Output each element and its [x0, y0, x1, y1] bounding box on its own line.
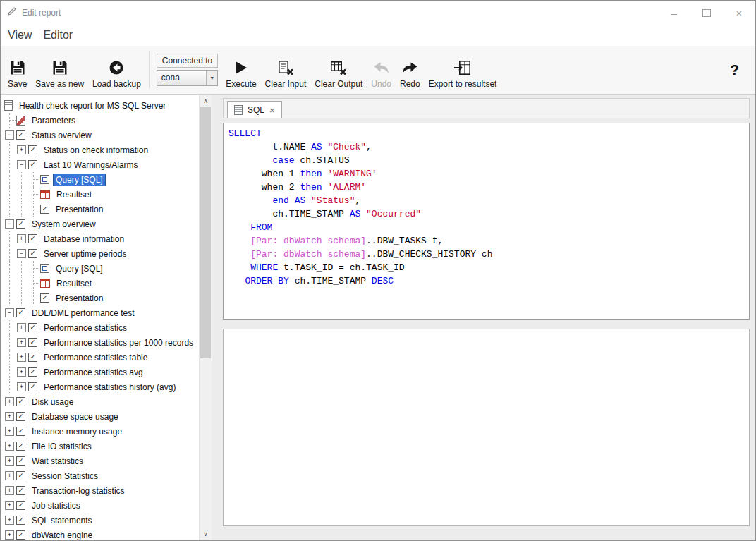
- tree-item[interactable]: +✓Performance statistics avg: [4, 365, 199, 379]
- tree-item[interactable]: +✓Database space usage: [4, 409, 199, 424]
- tree-item-label[interactable]: Performance statistics per 1000 records: [41, 336, 196, 349]
- tree-item[interactable]: −✓Status overview: [4, 128, 199, 142]
- tree-item-label[interactable]: dbWatch engine: [29, 529, 95, 541]
- plus-expander-icon[interactable]: +: [5, 471, 14, 480]
- plus-expander-icon[interactable]: +: [17, 367, 26, 377]
- scroll-up-icon[interactable]: ∧: [200, 95, 212, 107]
- tree-item-label[interactable]: Performance statistics: [41, 322, 130, 334]
- checkbox-icon[interactable]: ✓: [16, 516, 25, 525]
- tree-item-label[interactable]: Health check report for MS SQL Server: [16, 99, 169, 112]
- checkbox-icon[interactable]: ✓: [28, 382, 37, 391]
- tree-item-label[interactable]: Query [SQL]: [53, 174, 106, 186]
- minus-expander-icon[interactable]: −: [17, 249, 26, 258]
- tree-item[interactable]: Resultset: [4, 276, 199, 291]
- tree-item[interactable]: +✓Job statistics: [4, 498, 199, 513]
- checkbox-icon[interactable]: ✓: [28, 160, 37, 169]
- plus-expander-icon[interactable]: +: [17, 382, 26, 391]
- scrollbar-thumb[interactable]: [200, 107, 211, 358]
- clear-input-button[interactable]: Clear Input: [261, 47, 311, 92]
- tree-item-label[interactable]: Server uptime periods: [41, 248, 129, 260]
- plus-expander-icon[interactable]: +: [5, 427, 14, 436]
- tree-item-label[interactable]: Resultset: [54, 277, 94, 290]
- tab-close-icon[interactable]: ×: [269, 105, 275, 116]
- panel-splitter[interactable]: [212, 95, 223, 540]
- tree-item-label[interactable]: SQL statements: [29, 514, 95, 527]
- plus-expander-icon[interactable]: +: [17, 234, 26, 243]
- tree-item[interactable]: −✓DDL/DML performance test: [4, 305, 199, 320]
- checkbox-icon[interactable]: ✓: [16, 471, 25, 480]
- minus-expander-icon[interactable]: −: [5, 308, 14, 317]
- tree-item[interactable]: +✓Instance memory usage: [4, 424, 199, 439]
- checkbox-icon[interactable]: ✓: [16, 530, 25, 540]
- tree-item-label[interactable]: Presentation: [53, 203, 106, 216]
- tree-item[interactable]: +✓Status on check information: [4, 142, 199, 157]
- plus-expander-icon[interactable]: +: [5, 501, 14, 510]
- tree-item-label[interactable]: Resultset: [54, 188, 94, 201]
- checkbox-icon[interactable]: ✓: [16, 412, 25, 421]
- save-as-new-button[interactable]: Save as new: [31, 47, 88, 92]
- chevron-down-icon[interactable]: ▾: [206, 71, 217, 85]
- maximize-button[interactable]: [690, 1, 723, 25]
- checkbox-icon[interactable]: ✓: [16, 501, 25, 510]
- tree-item[interactable]: +✓Wait statistics: [4, 454, 199, 468]
- tree-item[interactable]: Parameters: [4, 113, 199, 128]
- plus-expander-icon[interactable]: +: [17, 338, 26, 347]
- tree-item[interactable]: Health check report for MS SQL Server: [4, 98, 199, 113]
- checkbox-icon[interactable]: ✓: [28, 323, 37, 332]
- connection-select[interactable]: cona ▾: [157, 70, 218, 86]
- tree-item[interactable]: +✓Disk usage: [4, 394, 199, 409]
- tree-item[interactable]: −✓System overview: [4, 217, 199, 231]
- tree-item[interactable]: +✓Performance statistics table: [4, 350, 199, 365]
- close-button[interactable]: ×: [723, 1, 755, 25]
- tree-item[interactable]: +✓Database information: [4, 231, 199, 246]
- checkbox-icon[interactable]: ✓: [16, 456, 25, 466]
- sql-editor[interactable]: SELECT t.NAME AS "Check", case ch.STATUS…: [223, 123, 750, 320]
- plus-expander-icon[interactable]: +: [5, 516, 14, 525]
- checkbox-icon[interactable]: ✓: [28, 353, 37, 362]
- plus-expander-icon[interactable]: +: [5, 412, 14, 421]
- checkbox-icon[interactable]: ✓: [16, 486, 25, 495]
- scroll-down-icon[interactable]: ∨: [200, 528, 212, 540]
- tree-item-label[interactable]: Instance memory usage: [29, 425, 125, 438]
- tree-item-label[interactable]: Performance statistics history (avg): [41, 381, 178, 394]
- tree-item-label[interactable]: Disk usage: [29, 396, 76, 408]
- checkbox-icon[interactable]: ✓: [16, 427, 25, 436]
- tree-item[interactable]: ✓Presentation: [4, 202, 199, 217]
- checkbox-icon[interactable]: ✓: [16, 397, 25, 406]
- tree-item[interactable]: +✓Performance statistics history (avg): [4, 379, 199, 394]
- checkbox-icon[interactable]: ✓: [28, 367, 37, 377]
- tree-item[interactable]: +✓dbWatch engine: [4, 528, 199, 540]
- tree-item[interactable]: +✓Performance statistics: [4, 320, 199, 335]
- plus-expander-icon[interactable]: +: [5, 486, 14, 495]
- tree-scrollbar[interactable]: ∧ ∨: [199, 95, 212, 540]
- plus-expander-icon[interactable]: +: [5, 442, 14, 451]
- checkbox-icon[interactable]: ✓: [28, 249, 37, 258]
- checkbox-icon[interactable]: ✓: [28, 234, 37, 243]
- tree-item[interactable]: +✓SQL statements: [4, 513, 199, 528]
- tree-item[interactable]: −✓Server uptime periods: [4, 246, 199, 261]
- tree-item-label[interactable]: File IO statistics: [29, 440, 94, 453]
- tree-item-label[interactable]: Last 10 Warnings/Alarms: [41, 159, 141, 171]
- tree-item-label[interactable]: Database space usage: [29, 411, 121, 423]
- checkbox-icon[interactable]: ✓: [40, 293, 49, 303]
- tree-item-label[interactable]: Session Statistics: [29, 470, 101, 482]
- export-to-resultset-button[interactable]: Export to resultset: [425, 47, 501, 92]
- tree-item-label[interactable]: Job statistics: [29, 499, 83, 512]
- tree-item[interactable]: Resultset: [4, 187, 199, 202]
- execute-button[interactable]: Execute: [221, 47, 260, 92]
- tree-item[interactable]: +✓Session Statistics: [4, 468, 199, 483]
- load-backup-button[interactable]: Load backup: [88, 47, 145, 92]
- tree-item-label[interactable]: Status on check information: [41, 144, 151, 157]
- checkbox-icon[interactable]: ✓: [16, 308, 25, 317]
- redo-button[interactable]: Redo: [396, 47, 425, 92]
- checkbox-icon[interactable]: ✓: [28, 338, 37, 347]
- tree-item[interactable]: Query [SQL]: [4, 172, 199, 187]
- plus-expander-icon[interactable]: +: [5, 397, 14, 406]
- tree-item-label[interactable]: Presentation: [53, 292, 106, 305]
- plus-expander-icon[interactable]: +: [17, 145, 26, 154]
- checkbox-icon[interactable]: ✓: [40, 205, 49, 214]
- tree-item-label[interactable]: System overview: [29, 218, 99, 231]
- tree-item-label[interactable]: Query [SQL]: [53, 262, 106, 275]
- help-button[interactable]: ?: [719, 61, 750, 78]
- tree-item-label[interactable]: Transaction-log statistics: [29, 485, 128, 497]
